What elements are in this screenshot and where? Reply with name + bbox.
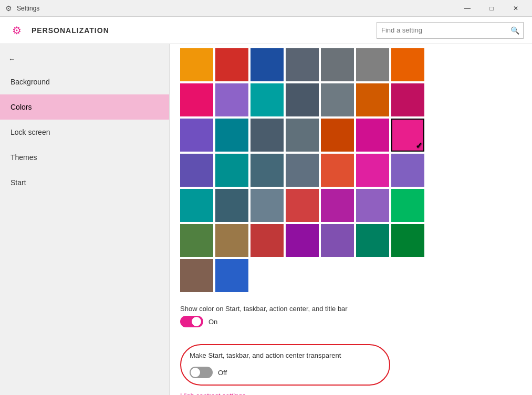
title-bar: ⚙ Settings — □ ✕ [0,0,532,17]
transparent-label: Make Start, taskbar, and action center t… [190,351,381,359]
color-swatch-41[interactable] [391,224,424,257]
color-swatch-28[interactable] [180,189,213,222]
search-input[interactable] [377,23,506,38]
color-swatch-10[interactable] [286,83,319,116]
title-bar-left: ⚙ Settings [4,4,455,13]
color-swatch-16[interactable] [251,119,284,152]
transparent-state: Off [218,369,227,377]
sidebar-item-themes[interactable]: Themes [0,145,169,170]
color-swatch-2[interactable] [251,48,284,81]
show-color-row: Show color on Start, taskbar, action cen… [180,305,521,327]
toggle-knob-transparent [191,368,200,377]
sidebar: ← Background Colors Lock screen Themes S… [0,44,170,395]
color-swatch-31[interactable] [286,189,319,222]
color-swatch-32[interactable] [321,189,354,222]
color-swatch-26[interactable] [356,154,389,187]
settings-icon: ⚙ [4,4,13,13]
sidebar-item-colors[interactable]: Colors [0,94,169,120]
transparent-toggle[interactable] [190,367,213,378]
color-swatch-38[interactable] [286,224,319,257]
color-swatch-40[interactable] [356,224,389,257]
color-swatch-5[interactable] [356,48,389,81]
close-button[interactable]: ✕ [504,0,528,17]
color-swatch-14[interactable] [180,119,213,152]
color-swatch-17[interactable] [286,119,319,152]
sidebar-item-label: Start [11,178,26,187]
show-color-toggle[interactable] [180,316,203,327]
color-swatch-6[interactable] [391,48,424,81]
color-swatch-30[interactable] [251,189,284,222]
app-title: PERSONALIZATION [32,26,377,35]
color-swatch-34[interactable] [391,189,424,222]
color-swatch-19[interactable] [356,119,389,152]
color-swatch-4[interactable] [321,48,354,81]
sidebar-item-label: Colors [11,103,32,111]
toggle-knob [192,317,201,326]
color-swatch-35[interactable] [180,224,213,257]
color-swatch-36[interactable] [215,224,248,257]
color-swatch-21[interactable] [180,154,213,187]
transparent-section: Make Start, taskbar, and action center t… [180,344,390,386]
show-color-toggle-container: On [180,316,521,327]
color-grid [180,44,521,301]
sidebar-item-background[interactable]: Background [0,69,169,94]
color-swatch-20[interactable] [391,119,424,152]
main-layout: ← Background Colors Lock screen Themes S… [0,44,532,395]
sidebar-item-label: Themes [11,153,37,162]
color-swatch-22[interactable] [215,154,248,187]
color-swatch-7[interactable] [180,83,213,116]
color-swatch-15[interactable] [215,119,248,152]
color-swatch-37[interactable] [251,224,284,257]
back-button[interactable]: ← [0,48,169,69]
gear-icon: ⚙ [8,22,25,39]
minimize-button[interactable]: — [455,0,479,17]
sidebar-item-lock-screen[interactable]: Lock screen [0,120,169,145]
color-swatch-23[interactable] [251,154,284,187]
search-button[interactable]: 🔍 [506,22,523,39]
transparent-section-wrapper: Make Start, taskbar, and action center t… [180,336,521,386]
color-swatch-18[interactable] [321,119,354,152]
sidebar-item-label: Background [11,78,50,86]
header-bar: ⚙ PERSONALIZATION 🔍 [0,17,532,44]
back-arrow-icon: ← [8,55,15,63]
sidebar-item-start[interactable]: Start [0,170,169,195]
color-swatch-0[interactable] [180,48,213,81]
color-swatch-42[interactable] [180,259,213,292]
color-swatch-24[interactable] [286,154,319,187]
color-swatch-8[interactable] [215,83,248,116]
transparent-toggle-container: Off [190,367,381,378]
color-swatch-39[interactable] [321,224,354,257]
maximize-button[interactable]: □ [479,0,504,17]
high-contrast-link[interactable]: High contrast settings [180,392,246,395]
search-box: 🔍 [377,22,524,39]
color-swatch-33[interactable] [356,189,389,222]
title-bar-title: Settings [17,5,39,12]
title-bar-controls: — □ ✕ [455,0,528,17]
color-swatch-11[interactable] [321,83,354,116]
color-swatch-9[interactable] [251,83,284,116]
show-color-state: On [208,318,217,326]
color-swatch-13[interactable] [391,83,424,116]
show-color-label: Show color on Start, taskbar, action cen… [180,305,521,313]
color-swatch-27[interactable] [391,154,424,187]
color-swatch-1[interactable] [215,48,248,81]
color-swatch-3[interactable] [286,48,319,81]
color-swatch-43[interactable] [215,259,248,292]
color-swatch-12[interactable] [356,83,389,116]
content-area: Show color on Start, taskbar, action cen… [170,44,532,395]
color-swatch-29[interactable] [215,189,248,222]
sidebar-item-label: Lock screen [11,128,50,136]
color-swatch-25[interactable] [321,154,354,187]
